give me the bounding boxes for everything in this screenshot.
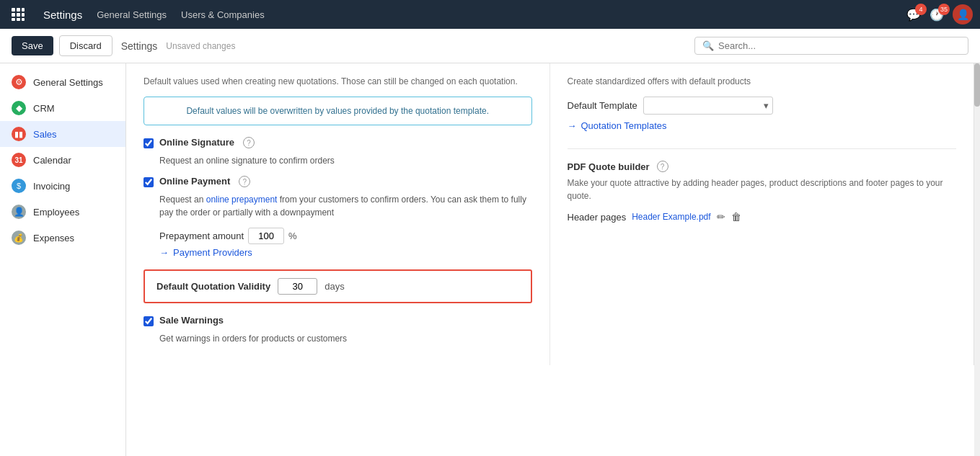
sidebar: ⚙ General Settings ◆ CRM ▮▮ Sales 31 Cal…	[0, 63, 126, 456]
quotation-arrow-icon: →	[568, 120, 577, 131]
validity-days: days	[325, 281, 344, 292]
sidebar-item-calendar[interactable]: 31 Calendar	[0, 147, 125, 173]
apps-grid-icon[interactable]	[7, 8, 29, 21]
svg-rect-7	[17, 18, 20, 21]
messages-badge: 4	[915, 4, 927, 15]
online-prepayment-link[interactable]: online prepayment	[206, 195, 278, 205]
delete-header-icon[interactable]: 🗑	[731, 211, 741, 223]
pdf-title: PDF Quote builder	[568, 161, 650, 172]
app-title: Settings	[43, 9, 82, 21]
svg-rect-3	[12, 13, 15, 17]
payment-providers-link[interactable]: → Payment Providers	[159, 247, 532, 258]
info-box-text: Default values will be overwritten by va…	[186, 106, 489, 116]
pdf-help-icon[interactable]: ?	[657, 161, 668, 172]
validity-box: Default Quotation Validity days	[144, 269, 532, 303]
sales-icon: ▮▮	[12, 127, 26, 141]
header-pages-row: Header pages Header Example.pdf ✏ 🗑	[568, 211, 957, 223]
nav-users-companies[interactable]: Users & Companies	[181, 9, 265, 20]
two-col-layout: Default values used when creating new qu…	[126, 63, 974, 365]
top-nav: Settings General Settings Users & Compan…	[0, 0, 980, 29]
online-signature-help-icon[interactable]: ?	[243, 137, 255, 148]
pdf-desc: Make your quote attractive by adding hea…	[568, 176, 957, 202]
calendar-icon: 31	[12, 153, 26, 167]
sidebar-item-general-settings[interactable]: ⚙ General Settings	[0, 69, 125, 95]
svg-rect-4	[17, 13, 20, 17]
nav-right-icons: 💬 4 🕐 35 👤	[906, 4, 973, 24]
nav-general-settings[interactable]: General Settings	[97, 9, 167, 20]
scrollbar-thumb	[974, 63, 980, 107]
sale-warnings-row: Sale Warnings	[144, 315, 532, 326]
prepayment-unit: %	[288, 231, 297, 241]
content-area: Default values used when creating new qu…	[126, 63, 974, 456]
search-input[interactable]	[718, 40, 961, 51]
invoicing-icon: $	[12, 179, 26, 193]
template-select[interactable]	[643, 97, 773, 115]
online-payment-desc: Request an online prepayment from your c…	[159, 193, 532, 219]
svg-rect-8	[22, 18, 25, 21]
quotation-templates-label: Quotation Templates	[581, 120, 667, 131]
arrow-icon: →	[159, 247, 169, 258]
svg-rect-1	[17, 8, 20, 12]
online-signature-checkbox[interactable]	[144, 138, 154, 148]
sidebar-item-sales[interactable]: ▮▮ Sales	[0, 121, 125, 147]
default-template-label: Default Template	[568, 100, 637, 111]
sidebar-item-invoicing[interactable]: $ Invoicing	[0, 173, 125, 199]
prepayment-amount-row: Prepayment amount %	[159, 228, 532, 244]
crm-icon: ◆	[12, 101, 26, 115]
general-settings-icon: ⚙	[12, 75, 26, 89]
sidebar-item-expenses[interactable]: 💰 Expenses	[0, 225, 125, 251]
sidebar-item-crm[interactable]: ◆ CRM	[0, 95, 125, 121]
header-pages-file[interactable]: Header Example.pdf	[632, 212, 710, 222]
header-pages-label: Header pages	[568, 212, 627, 223]
online-payment-row: Online Payment ?	[144, 176, 532, 187]
svg-rect-6	[12, 18, 15, 21]
search-box: 🔍	[694, 37, 968, 55]
sale-warnings-checkbox[interactable]	[144, 316, 154, 326]
online-payment-label: Online Payment	[159, 176, 230, 187]
prepayment-input[interactable]	[248, 228, 284, 244]
unsaved-label: Unsaved changes	[166, 41, 235, 51]
template-select-wrapper	[643, 97, 773, 115]
online-payment-desc-part1: Request an	[159, 195, 206, 205]
discard-button[interactable]: Discard	[59, 35, 112, 56]
svg-rect-0	[12, 8, 15, 12]
messages-icon[interactable]: 💬 4	[906, 8, 921, 22]
online-payment-checkbox[interactable]	[144, 177, 154, 187]
svg-rect-2	[22, 8, 25, 12]
sale-warnings-label: Sale Warnings	[159, 315, 224, 326]
pdf-title-row: PDF Quote builder ?	[568, 161, 957, 172]
employees-icon: 👤	[12, 205, 26, 219]
info-box: Default values will be overwritten by va…	[144, 97, 532, 125]
toolbar: Save Discard Settings Unsaved changes 🔍	[0, 29, 980, 63]
user-avatar[interactable]: 👤	[953, 4, 973, 24]
online-signature-label: Online Signature	[159, 137, 234, 148]
save-button[interactable]: Save	[12, 36, 53, 55]
online-signature-desc: Request an online signature to confirm o…	[159, 154, 532, 167]
expenses-icon: 💰	[12, 231, 26, 245]
validity-input[interactable]	[278, 278, 317, 295]
activity-icon[interactable]: 🕐 35	[930, 8, 944, 22]
pdf-section: PDF Quote builder ? Make your quote attr…	[568, 148, 957, 223]
quotation-templates-link[interactable]: → Quotation Templates	[568, 120, 957, 131]
right-column: Create standardized offers with default …	[550, 63, 974, 365]
right-create-text: Create standardized offers with default …	[568, 75, 957, 88]
prepayment-label: Prepayment amount	[159, 231, 244, 241]
online-signature-row: Online Signature ?	[144, 137, 532, 148]
activity-badge: 35	[938, 4, 950, 15]
online-payment-help-icon[interactable]: ?	[239, 176, 250, 187]
sidebar-item-employees[interactable]: 👤 Employees	[0, 199, 125, 225]
left-column: Default values used when creating new qu…	[126, 63, 550, 365]
info-text: Default values used when creating new qu…	[144, 75, 532, 88]
sale-warnings-desc: Get warnings in orders for products or c…	[159, 332, 532, 345]
svg-rect-5	[22, 13, 25, 17]
edit-header-icon[interactable]: ✏	[717, 211, 725, 223]
validity-label: Default Quotation Validity	[156, 281, 270, 292]
default-template-row: Default Template	[568, 97, 957, 115]
toolbar-title: Settings	[121, 40, 158, 52]
scrollbar[interactable]	[974, 63, 980, 456]
main-layout: ⚙ General Settings ◆ CRM ▮▮ Sales 31 Cal…	[0, 63, 980, 456]
search-icon: 🔍	[702, 40, 714, 51]
